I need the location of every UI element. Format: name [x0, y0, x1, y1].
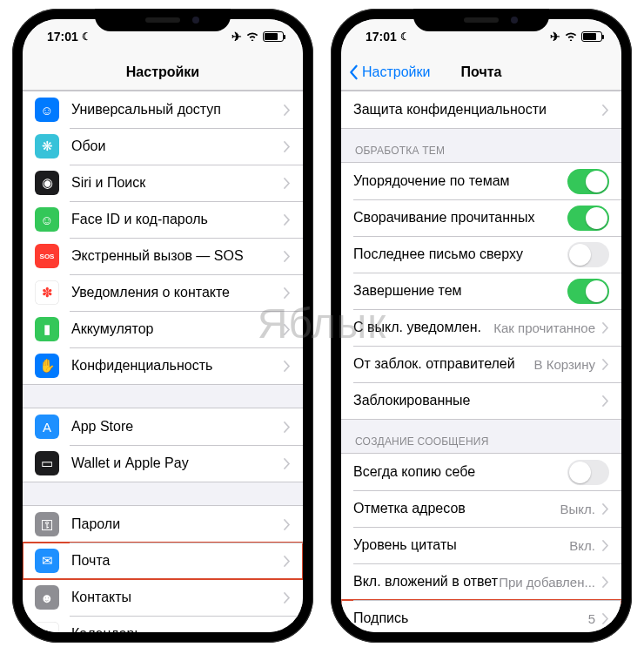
row-icon: ⚿	[35, 512, 59, 536]
settings-row[interactable]: Последнее письмо сверху	[341, 236, 621, 273]
chevron-right-icon	[284, 141, 291, 152]
settings-row[interactable]: ☺Универсальный доступ	[23, 91, 303, 128]
row-icon: A	[35, 415, 59, 439]
row-label: Конфиденциальность	[71, 358, 284, 374]
row-label: Уровень цитаты	[353, 537, 569, 553]
settings-row[interactable]: ☺Face ID и код-пароль	[23, 201, 303, 238]
row-label: Заблокированные	[353, 393, 602, 408]
chevron-right-icon	[284, 421, 291, 433]
row-label: Завершение тем	[353, 283, 567, 299]
settings-row[interactable]: AApp Store	[23, 408, 303, 445]
row-icon: ▭	[35, 451, 59, 475]
chevron-right-icon	[284, 251, 291, 262]
row-label: Экстренный вызов — SOS	[71, 248, 284, 264]
settings-row[interactable]: Уровень цитатыВкл.	[341, 527, 621, 563]
row-label: Подпись	[353, 610, 588, 626]
row-label: Сворачивание прочитанных	[353, 210, 567, 226]
battery-icon	[581, 31, 602, 42]
settings-row[interactable]: Вкл. вложений в ответПри добавлен...	[341, 563, 621, 600]
chevron-right-icon	[602, 359, 609, 370]
dnd-icon: ☾	[82, 30, 91, 43]
settings-row[interactable]: С выкл. уведомлен.Как прочитанное	[341, 309, 621, 346]
settings-row[interactable]: ▮Аккумулятор	[23, 311, 303, 347]
dnd-icon: ☾	[400, 30, 410, 43]
settings-row[interactable]: Заблокированные	[341, 382, 621, 419]
notch	[413, 9, 549, 31]
phone-right: 17:01 ☾ ✈ Настройки Почта Защита конфиде…	[331, 9, 632, 643]
chevron-right-icon	[602, 576, 609, 588]
toggle-switch[interactable]	[567, 460, 609, 485]
row-icon: ❋	[35, 134, 59, 158]
settings-row[interactable]: ✉Почта	[23, 543, 303, 579]
group-header: ОБРАБОТКА ТЕМ	[341, 129, 621, 162]
settings-row[interactable]: От заблок. отправителейВ Корзину	[341, 346, 621, 382]
settings-row[interactable]: ❋Обои	[23, 128, 303, 165]
row-label: Универсальный доступ	[71, 102, 284, 118]
toggle-switch[interactable]	[567, 242, 609, 267]
phone-left: 17:01 ☾ ✈ Настройки ☺Универсальный досту…	[12, 9, 313, 643]
mail-settings-list[interactable]: Защита конфиденциальностиОБРАБОТКА ТЕМУп…	[341, 91, 621, 632]
row-label: Уведомления о контакте	[71, 285, 284, 300]
chevron-right-icon	[284, 324, 291, 335]
wifi-icon	[564, 30, 578, 44]
airplane-icon: ✈	[550, 30, 560, 44]
chevron-right-icon	[284, 458, 291, 469]
screen-right: 17:01 ☾ ✈ Настройки Почта Защита конфиде…	[341, 19, 621, 632]
settings-row[interactable]: Отметка адресовВыкл.	[341, 490, 621, 527]
row-label: От заблок. отправителей	[353, 356, 534, 372]
settings-row[interactable]: Подпись5	[341, 600, 621, 632]
nav-bar: Настройки Почта	[341, 54, 621, 91]
page-title: Почта	[461, 64, 502, 80]
privacy-row[interactable]: Защита конфиденциальности	[341, 91, 621, 128]
toggle-switch[interactable]	[567, 169, 609, 194]
row-label: Отметка адресов	[353, 501, 560, 516]
toggle-switch[interactable]	[567, 279, 609, 304]
row-icon: ◉	[35, 171, 59, 195]
settings-row[interactable]: ▭Календарь	[23, 616, 303, 632]
chevron-right-icon	[284, 519, 291, 530]
chevron-right-icon	[602, 322, 609, 334]
back-button[interactable]: Настройки	[348, 64, 430, 80]
settings-row[interactable]: ☻Контакты	[23, 579, 303, 616]
back-label: Настройки	[362, 64, 430, 80]
row-label: Последнее письмо сверху	[353, 246, 567, 262]
settings-row[interactable]: ▭Wallet и Apple Pay	[23, 445, 303, 482]
nav-bar: Настройки	[23, 54, 303, 91]
chevron-right-icon	[284, 105, 291, 116]
toggle-switch[interactable]	[567, 206, 609, 231]
group-header: СОЗДАНИЕ СООБЩЕНИЯ	[341, 420, 621, 453]
row-icon: ▭	[35, 622, 59, 632]
settings-row[interactable]: Сворачивание прочитанных	[341, 199, 621, 236]
screen-left: 17:01 ☾ ✈ Настройки ☺Универсальный досту…	[23, 19, 303, 632]
settings-row[interactable]: SOSЭкстренный вызов — SOS	[23, 238, 303, 274]
settings-row[interactable]: ✽Уведомления о контакте	[23, 274, 303, 311]
chevron-right-icon	[284, 629, 291, 633]
row-label: App Store	[71, 419, 284, 435]
page-title: Настройки	[126, 64, 199, 80]
chevron-right-icon	[284, 214, 291, 226]
notch	[95, 9, 231, 31]
row-icon: ▮	[35, 317, 59, 341]
row-label: Контакты	[71, 590, 284, 605]
row-detail: В Корзину	[534, 357, 595, 372]
chevron-right-icon	[284, 556, 291, 567]
row-label: Wallet и Apple Pay	[71, 455, 284, 471]
row-icon: ☺	[35, 98, 59, 122]
row-label: Face ID и код-пароль	[71, 212, 284, 227]
settings-row[interactable]: Упорядочение по темам	[341, 163, 621, 199]
settings-row[interactable]: Всегда копию себе	[341, 454, 621, 490]
chevron-right-icon	[284, 287, 291, 299]
row-detail: 5	[588, 611, 595, 626]
row-icon: ✉	[35, 549, 59, 573]
row-detail: Как прочитанное	[493, 320, 595, 335]
settings-row[interactable]: ✋Конфиденциальность	[23, 347, 303, 384]
settings-row[interactable]: Завершение тем	[341, 273, 621, 309]
settings-row[interactable]: ⚿Пароли	[23, 506, 303, 543]
chevron-right-icon	[602, 503, 609, 515]
row-detail: Вкл.	[569, 538, 595, 553]
settings-list[interactable]: ☺Универсальный доступ❋Обои◉Siri и Поиск☺…	[23, 91, 303, 632]
status-time: 17:01	[47, 30, 78, 44]
chevron-right-icon	[284, 178, 291, 189]
settings-row[interactable]: ◉Siri и Поиск	[23, 165, 303, 201]
row-label: Всегда копию себе	[353, 464, 567, 480]
